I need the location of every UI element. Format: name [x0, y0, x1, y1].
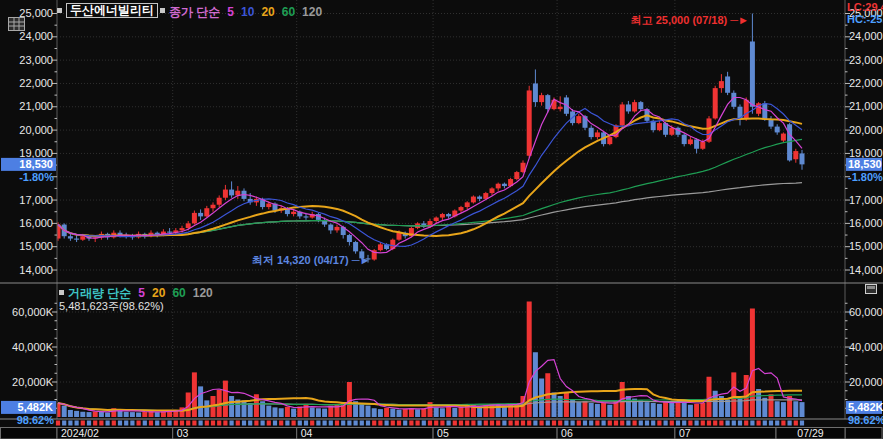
daily-direction-mark [180, 421, 184, 426]
daily-direction-mark [645, 421, 649, 426]
price-ma20-label: 20 [261, 5, 274, 19]
chart-canvas[interactable]: 25,00025,00024,00024,00023,00023,00022,0… [0, 0, 883, 439]
candle-body [68, 236, 73, 238]
daily-direction-mark [310, 421, 314, 426]
price-axis-label: 21,000 [19, 100, 53, 112]
daily-direction-mark [781, 421, 785, 426]
volume-bar [266, 406, 271, 417]
volume-ma5-label: 5 [138, 286, 145, 300]
daily-direction-mark [626, 421, 630, 426]
volume-bar [279, 408, 284, 417]
daily-direction-mark [168, 421, 172, 426]
candle-body [552, 100, 557, 109]
candle-body [607, 137, 612, 144]
price-axis-label: 14,000 [19, 264, 53, 276]
volume-bar [390, 409, 395, 417]
candle-body [558, 107, 563, 109]
title-marker-icon [57, 8, 62, 13]
candle-body [477, 197, 482, 199]
candle-body [781, 134, 786, 141]
daily-direction-mark [75, 421, 79, 426]
daily-direction-mark [391, 421, 395, 426]
daily-direction-mark [763, 421, 767, 426]
volume-bar [626, 396, 631, 417]
price-ma10-label: 10 [241, 5, 254, 19]
volume-bar [136, 412, 141, 417]
volume-bar [576, 402, 581, 417]
daily-direction-mark [788, 421, 792, 426]
candle-body [626, 104, 631, 111]
date-cell-empty [845, 428, 882, 439]
daily-direction-mark [726, 421, 730, 426]
date-cell [557, 428, 675, 439]
daily-direction-mark [478, 421, 482, 426]
price-axis-label: 22,000 [849, 77, 883, 89]
x-axis-label: 03 [177, 427, 189, 439]
x-axis-label: 04 [301, 427, 313, 439]
x-axis-label: 06 [561, 427, 573, 439]
volume-bar [434, 407, 439, 417]
data-grid-icon[interactable] [8, 17, 25, 35]
daily-direction-mark [236, 421, 240, 426]
volume-bar [316, 408, 321, 417]
daily-direction-mark [261, 421, 265, 426]
daily-direction-mark [397, 421, 401, 426]
candle-body [496, 184, 501, 189]
daily-direction-mark [434, 421, 438, 426]
date-cell [173, 428, 297, 439]
date-cell [297, 428, 433, 439]
volume-bar [533, 352, 538, 417]
volume-bar [397, 410, 402, 417]
candle-body [198, 213, 203, 216]
candle-body [446, 214, 451, 216]
volume-bar [80, 412, 85, 417]
volume-bar [155, 412, 160, 417]
daily-direction-mark [68, 421, 72, 426]
current-volume-value: 5,482K [18, 401, 54, 413]
daily-direction-mark [323, 421, 327, 426]
volume-percent-label: 98.62% [17, 414, 55, 426]
volume-bar [440, 408, 445, 417]
daily-direction-mark [732, 421, 736, 426]
candle-body [657, 123, 662, 130]
candle-body [638, 102, 643, 109]
daily-direction-mark [298, 421, 302, 426]
volume-bar [87, 412, 92, 417]
daily-direction-mark [676, 421, 680, 426]
volume-bar [304, 404, 309, 417]
price-axis-label: 23,000 [849, 54, 883, 66]
daily-direction-mark [118, 421, 122, 426]
stock-chart-window: 25,00025,00024,00024,00023,00023,00022,0… [0, 0, 883, 439]
volume-bar [713, 391, 718, 417]
volume-bar [694, 404, 699, 417]
daily-direction-mark [143, 421, 147, 426]
volume-bar [421, 409, 426, 417]
volume-bar [99, 412, 104, 417]
volume-bar [583, 401, 588, 417]
candle-body [750, 41, 755, 106]
volume-bar [105, 412, 110, 417]
volume-bar [589, 403, 594, 417]
restore-panel-icon[interactable] [865, 284, 877, 294]
volume-bar [142, 412, 147, 417]
candle-body [217, 198, 222, 205]
volume-bar [74, 411, 79, 417]
daily-direction-mark [533, 421, 537, 426]
daily-direction-mark [304, 421, 308, 426]
daily-direction-mark [670, 421, 674, 426]
candle-body [229, 190, 234, 196]
daily-direction-mark [360, 421, 364, 426]
candle-body [397, 233, 402, 240]
volume-bar [248, 403, 253, 417]
daily-direction-mark [199, 421, 203, 426]
daily-direction-mark [409, 421, 413, 426]
volume-bar [651, 403, 656, 417]
candle-body [180, 228, 185, 230]
candle-body [490, 188, 495, 193]
volume-bar [446, 407, 451, 418]
daily-direction-mark [620, 421, 624, 426]
daily-direction-mark [254, 421, 258, 426]
volume-bar [775, 401, 780, 417]
candle-body [620, 104, 625, 125]
daily-direction-mark [564, 421, 568, 426]
